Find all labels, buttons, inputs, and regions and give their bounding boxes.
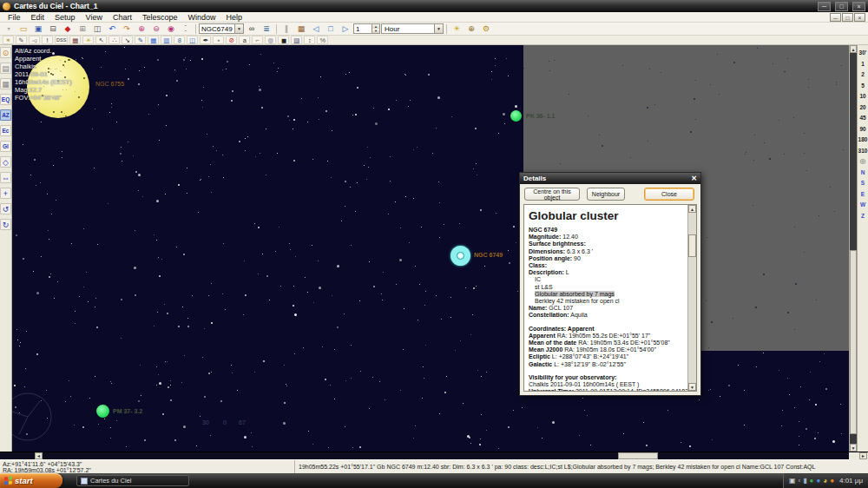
asterism-icon[interactable]: ⋆: [213, 36, 224, 44]
spin-down-icon[interactable]: ▼: [372, 29, 379, 33]
flip-horizontal-icon[interactable]: ⇔: [0, 172, 11, 183]
no-display-icon[interactable]: ⊘: [226, 36, 237, 44]
menu-view[interactable]: View: [81, 13, 108, 22]
zoom-in-icon[interactable]: ⊕: [135, 23, 148, 35]
sky-chart[interactable]: Alt/Az coord.ApparentChalkis2011-09-0116…: [12, 45, 849, 452]
time-now-icon[interactable]: ⊙: [0, 47, 11, 58]
fov-30m-button[interactable]: 30': [859, 49, 867, 56]
fov-310-button[interactable]: 310: [858, 147, 868, 155]
fov-180-button[interactable]: 180: [858, 135, 868, 143]
tray-messenger-icon[interactable]: ●: [816, 477, 820, 485]
fov-5-button[interactable]: 5: [861, 82, 865, 89]
brush-tool-icon[interactable]: ▨: [291, 36, 302, 44]
close-button[interactable]: ×: [852, 2, 865, 11]
mdi-restore-button[interactable]: □: [842, 13, 853, 22]
object-search-input[interactable]: [200, 24, 234, 33]
time-step-spinner[interactable]: ▲▼: [353, 23, 380, 34]
telescope-panel-icon[interactable]: ⚙: [479, 23, 493, 35]
direction-s-button[interactable]: S: [861, 179, 865, 187]
mdi-minimize-button[interactable]: ─: [830, 13, 841, 22]
direction-w-button[interactable]: W: [860, 201, 865, 208]
fov-10-button[interactable]: 10: [859, 92, 865, 100]
object-label-pk36[interactable]: PK 36- 1.1: [526, 113, 555, 119]
info-tool-icon[interactable]: !: [42, 36, 53, 44]
horizontal-scrollbar[interactable]: ◄ ►: [0, 452, 868, 459]
percent-tool-icon[interactable]: %: [317, 36, 328, 44]
star-display-icon[interactable]: ✶: [3, 36, 14, 44]
pencil-tool-icon[interactable]: ✎: [16, 36, 27, 44]
menu-telescope[interactable]: Telescope: [137, 13, 183, 22]
pan-mode-icon[interactable]: +: [0, 188, 11, 199]
spinner-arrows[interactable]: ▲▼: [372, 24, 379, 33]
object-pm37-dot[interactable]: [96, 405, 109, 418]
chevron-down-icon[interactable]: ▼: [434, 24, 443, 33]
scroll-up-icon[interactable]: ▲: [850, 45, 857, 53]
rotate-cw-icon[interactable]: ↻: [0, 219, 11, 230]
vertical-scrollbar[interactable]: ▲ ▼: [850, 45, 858, 452]
stop-time-icon[interactable]: □: [324, 23, 338, 35]
zoom-out-icon[interactable]: ⊖: [149, 23, 163, 35]
tray-network-icon[interactable]: ▮: [803, 477, 806, 485]
scroll-left-icon[interactable]: ◄: [35, 452, 43, 459]
time-step-input[interactable]: [354, 24, 372, 33]
fov-90-button[interactable]: 90: [859, 125, 865, 133]
rotate-ccw-icon[interactable]: ↺: [0, 203, 11, 214]
time-unit-select[interactable]: Hour ▼: [381, 23, 444, 34]
menu-setup[interactable]: Setup: [49, 13, 81, 22]
tray-language-icon[interactable]: ◕: [823, 477, 827, 485]
scroll-down-icon[interactable]: ▼: [850, 444, 857, 452]
updown-tool-icon[interactable]: ↕: [304, 36, 315, 44]
neighbour-button[interactable]: Neighbour: [587, 188, 625, 201]
object-label-pm37[interactable]: PM 37- 3.2: [113, 408, 142, 414]
close-dialog-button[interactable]: Close: [644, 188, 694, 201]
open-file-icon[interactable]: ▭: [16, 23, 30, 35]
centre-on-object-button[interactable]: Centre on this object: [524, 188, 580, 201]
dialog-title-bar[interactable]: Details ✕: [520, 173, 700, 184]
night-vision-icon[interactable]: ☀: [450, 23, 464, 35]
light-bulb-icon[interactable]: ☀: [82, 36, 94, 44]
observer-icon[interactable]: 8: [174, 36, 185, 44]
key-tool-icon[interactable]: ⌐: [252, 36, 263, 44]
restore-button[interactable]: □: [835, 2, 848, 11]
grid-toggle-icon[interactable]: ▦: [148, 36, 159, 44]
object-list-icon[interactable]: ≣: [260, 23, 273, 35]
tray-updates-icon[interactable]: ●: [830, 477, 834, 485]
start-button[interactable]: start: [0, 473, 62, 488]
minimize-button[interactable]: ─: [818, 2, 831, 11]
menu-file[interactable]: File: [3, 13, 26, 22]
direction-z-button[interactable]: Z: [861, 212, 865, 220]
coord-altaz-button[interactable]: AZ: [0, 109, 11, 121]
object-search-combo[interactable]: ▼: [199, 23, 244, 34]
search-object-icon[interactable]: ∞: [245, 23, 259, 35]
star-dots-icon[interactable]: ∴: [108, 36, 120, 44]
step-forward-icon[interactable]: ▷: [339, 23, 352, 35]
vertical-scroll-thumb[interactable]: [850, 250, 857, 434]
horizontal-scroll-thumb[interactable]: [618, 452, 658, 459]
pointer-tool-icon[interactable]: ◅: [29, 36, 40, 44]
zoom-field-icon[interactable]: ◉: [164, 23, 178, 35]
tray-app-icon[interactable]: ▣: [789, 477, 796, 485]
image-panel-icon[interactable]: ▤: [0, 63, 11, 74]
taskbar-clock[interactable]: 4:01 μμ: [839, 477, 863, 485]
camera-frame-icon[interactable]: ▦: [69, 36, 81, 44]
direction-n-button[interactable]: N: [861, 168, 865, 176]
fov-2-button[interactable]: 2: [861, 70, 865, 78]
chevron-down-icon[interactable]: ▼: [234, 24, 243, 33]
coord-equatorial-button[interactable]: EQ: [0, 94, 11, 105]
scroll-right-icon[interactable]: ►: [859, 452, 867, 459]
undo-icon[interactable]: ↶: [105, 23, 119, 35]
fullscreen-icon[interactable]: ◼: [278, 36, 289, 44]
dialog-scrollbar[interactable]: ▲ ▼: [687, 205, 696, 391]
fov-45-button[interactable]: 45: [859, 114, 865, 122]
fov-1-button[interactable]: 1: [861, 60, 865, 68]
label-tool-icon[interactable]: a: [239, 36, 250, 44]
menu-edit[interactable]: Edit: [26, 13, 50, 22]
fov-20-button[interactable]: 20: [859, 103, 865, 111]
multi-window-icon[interactable]: ◫: [90, 23, 104, 35]
draw-line-icon[interactable]: ✎: [135, 36, 146, 44]
new-chart-icon[interactable]: ▫: [2, 23, 16, 35]
frame-icon[interactable]: ◫: [187, 36, 198, 44]
mosaic-icon[interactable]: ▥: [161, 36, 172, 44]
step-back-icon[interactable]: ◁: [309, 23, 323, 35]
chart-config-icon[interactable]: ▦: [0, 78, 11, 89]
